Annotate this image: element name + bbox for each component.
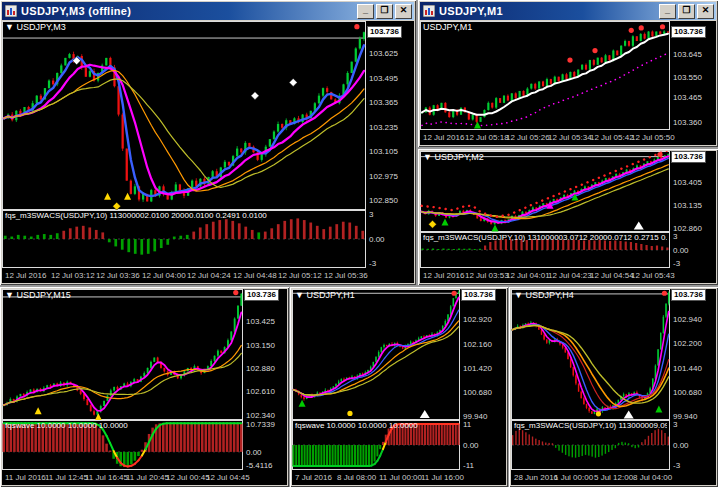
current-price-box: 103.736 (461, 289, 496, 301)
indicator-pane: fqs_m3SWACS(USDJPY,10) 131000003.0712 20… (420, 232, 670, 268)
price-tick-label: 103.425 (246, 317, 275, 326)
candlestick-plot[interactable] (511, 289, 670, 420)
dot-marker (660, 24, 665, 29)
dot-marker (662, 291, 667, 296)
price-tick-label: 103.625 (369, 49, 398, 58)
maximize-button[interactable]: ❐ (376, 4, 393, 19)
time-label: 12 Jul 04:23 (548, 271, 592, 280)
chart-m3[interactable]: ▼ USDJPY,M3103.625103.495103.365103.2351… (2, 21, 414, 283)
candlestick-plot[interactable] (292, 289, 460, 420)
dot-marker (639, 25, 644, 30)
indicator-axis: 30.00-3 (366, 210, 414, 268)
time-label: 12 Jul 04:45 (206, 473, 250, 482)
minimize-button[interactable]: _ (357, 4, 374, 19)
triangle-marker (420, 410, 430, 418)
time-label: 12 Jul 05:12 (278, 271, 322, 280)
time-label: 12 Jul 03:12 (51, 271, 95, 280)
indicator-name-label: fqs_m3SWACS(USDJPY,10) 113000009.0988 20… (514, 421, 667, 430)
arrow-up-marker (95, 413, 102, 420)
titlebar-m3[interactable]: USDJPY,M3 (offline) _ ❐ ✕ (2, 2, 414, 20)
candlestick-plot[interactable] (420, 151, 670, 232)
price-tick-label: 102.850 (369, 196, 398, 205)
price-axis: 103.425103.150102.880102.610102.340103.7… (243, 289, 287, 420)
main-price-pane: ▼ USDJPY,H4 (511, 289, 670, 420)
indicator-name-label: fqs_m3SWACS(USDJPY,10) 113000002.0100 20… (5, 211, 363, 220)
price-tick-label: 103.405 (673, 178, 702, 187)
time-axis: 12 Jul 201612 Jul 03:5312 Jul 04:0112 Ju… (420, 268, 716, 283)
current-price-box: 103.736 (367, 26, 402, 38)
diamond-marker (289, 78, 297, 86)
main-price-pane: ▼ USDJPY,M15 (2, 289, 243, 420)
indicator-tick-label: 0.00 (369, 235, 385, 244)
chart-m1[interactable]: USDJPY,M1103.645103.550103.465103.360103… (420, 21, 716, 145)
minimize-button[interactable]: _ (659, 4, 676, 19)
dot-marker (596, 411, 601, 416)
dot-marker (233, 290, 238, 295)
price-tick-label: 103.495 (369, 74, 398, 83)
time-label: 12 Jul 05:42 (590, 133, 634, 142)
chart-h4[interactable]: ▼ USDJPY,H4102.940102.200101.440100.6809… (511, 289, 716, 485)
diamond-marker (429, 220, 437, 228)
time-label: 12 Jul 04:48 (233, 271, 277, 280)
dot-marker (629, 28, 634, 33)
price-axis: 103.405103.135102.860103.736 (670, 151, 716, 232)
indicator-axis: 30.00-3 (670, 420, 716, 470)
price-axis: 103.625103.495103.365103.235103.105102.9… (366, 21, 414, 210)
diamond-marker (251, 92, 259, 100)
indicator-tick-label: 0.00 (673, 246, 689, 255)
indicator-name-label: fqs_m3SWACS(USDJPY,10) 131000003.0712 20… (423, 233, 667, 242)
window-icon (422, 5, 436, 18)
indicator-pane: fqs_m3SWACS(USDJPY,10) 113000002.0100 20… (2, 210, 366, 268)
time-label: 12 Jul 05:50 (631, 133, 675, 142)
candlestick-plot[interactable] (420, 21, 670, 130)
price-tick-label: 102.200 (673, 339, 702, 348)
chart-symbol-label: ▼ USDJPY,M2 (423, 152, 484, 162)
candlestick-plot[interactable] (2, 289, 243, 420)
time-label: 1 Jul 00:00 (554, 473, 593, 482)
indicator-tick-label: 0.00 (673, 441, 689, 450)
price-axis: 102.920102.160101.420100.68099.940103.73… (460, 289, 506, 420)
titlebar-m1[interactable]: USDJPY,M1 _ ❐ ✕ (420, 2, 716, 20)
candlestick-plot[interactable] (2, 21, 366, 210)
chart-symbol-label: USDJPY,M1 (423, 22, 472, 32)
price-tick-label: 102.920 (463, 315, 492, 324)
arrow-up-marker (442, 219, 449, 226)
maximize-button[interactable]: ❐ (678, 4, 695, 19)
chart-symbol-label: ▼ USDJPY,M15 (5, 290, 71, 300)
time-label: 7 Jul 2016 (295, 473, 332, 482)
price-tick-label: 101.420 (463, 364, 492, 373)
time-label: 5 Jul 12:00 (594, 473, 633, 482)
time-label: 28 Jun 2016 (514, 473, 558, 482)
indicator-pane: fqs_m3SWACS(USDJPY,10) 113000009.0988 20… (511, 420, 670, 470)
time-axis: 12 Jul 201612 Jul 05:1812 Jul 05:2612 Ju… (420, 130, 716, 145)
indicator-pane: fqswave 10.0000 10.0000 10.0000 (2, 420, 243, 470)
main-price-pane: ▼ USDJPY,M3 (2, 21, 366, 210)
time-label: 12 Jul 2016 (423, 271, 464, 280)
time-label: 12 Jul 05:36 (324, 271, 368, 280)
chart-window-m2: ▼ USDJPY,M2103.405103.135102.860103.736f… (418, 149, 718, 285)
dot-marker (657, 152, 662, 157)
indicator-tick-label: 0.00 (463, 441, 479, 450)
price-tick-label: 102.160 (463, 340, 492, 349)
time-label: 11 Jul 12:45 (45, 473, 88, 482)
time-label: 11 Jul 16:00 (421, 473, 464, 482)
current-price-box: 103.736 (671, 151, 706, 163)
indicator-name-label: fqswave 10.0000 10.0000 10.0000 (295, 421, 457, 430)
time-label: 12 Jul 03:36 (96, 271, 140, 280)
chart-h1[interactable]: ▼ USDJPY,H1102.920102.160101.420100.6809… (292, 289, 506, 485)
time-label: 11 Jul 16:45 (85, 473, 128, 482)
main-price-pane: USDJPY,M1 (420, 21, 670, 130)
price-tick-label: 100.680 (463, 388, 492, 397)
arrow-up-marker (104, 193, 111, 200)
close-button[interactable]: ✕ (697, 4, 714, 19)
chart-m15[interactable]: ▼ USDJPY,M15103.425103.150102.880102.610… (2, 289, 287, 485)
indicator-name-label: fqswave 10.0000 10.0000 10.0000 (5, 421, 240, 430)
close-button[interactable]: ✕ (395, 4, 412, 19)
triangle-marker (624, 410, 634, 418)
indicator-tick-label: -11 (463, 461, 474, 470)
time-label: 12 Jul 00:45 (166, 473, 210, 482)
arrow-up-marker (35, 407, 42, 414)
chart-m2[interactable]: ▼ USDJPY,M2103.405103.135102.860103.736f… (420, 151, 716, 283)
main-price-pane: ▼ USDJPY,H1 (292, 289, 460, 420)
indicator-tick-label: 0.00 (246, 448, 262, 457)
